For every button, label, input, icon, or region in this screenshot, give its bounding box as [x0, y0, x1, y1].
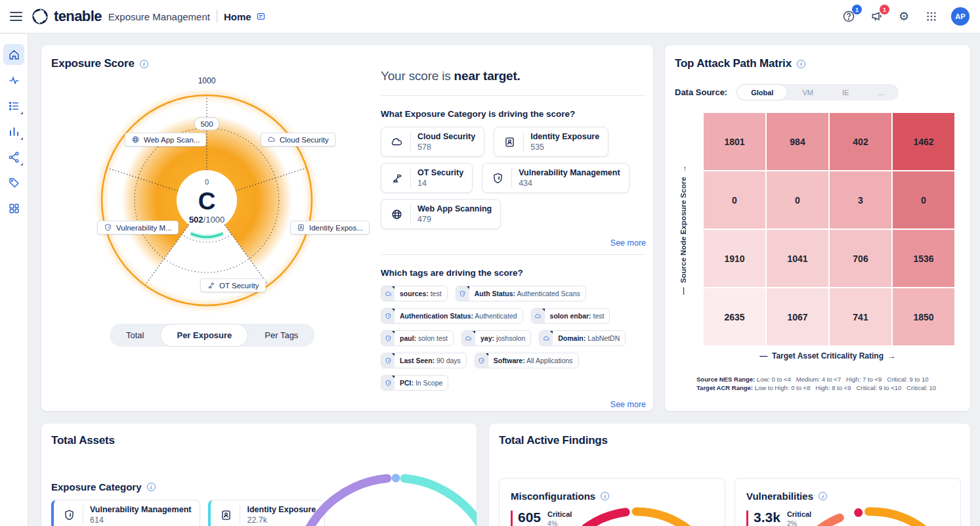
assets-donut-chart — [284, 463, 477, 526]
data-source-option[interactable]: Global — [736, 84, 788, 100]
tag-chip[interactable]: yay: joshsolon — [461, 330, 531, 346]
matrix-cell[interactable]: 1067 — [767, 288, 828, 345]
gauge-tick-0: 0 — [205, 178, 209, 186]
shield-icon — [381, 330, 394, 346]
matrix-cell[interactable]: 402 — [830, 113, 891, 170]
matrix-cell[interactable]: 0 — [893, 171, 954, 229]
tag-chip[interactable]: Domain: LabNetDN — [539, 330, 626, 346]
hamburger-menu-button[interactable] — [3, 3, 29, 30]
sidebar-item[interactable] — [3, 44, 24, 65]
data-source-option[interactable]: ... — [863, 84, 898, 100]
gauge-label-vulnerability-management[interactable]: Vulnerability M... — [97, 221, 179, 234]
tag-chip[interactable]: sources: test — [381, 286, 448, 301]
attack-path-matrix: 1801984402146200301910104170615362635106… — [704, 113, 952, 345]
score-view-tab[interactable]: Per Tags — [248, 324, 314, 347]
matrix-cell[interactable]: 1536 — [893, 230, 954, 287]
data-source-option[interactable]: IE — [828, 84, 863, 100]
data-source-option[interactable]: VM — [788, 84, 828, 100]
tag-chip[interactable]: Authentication Status: Authenticated — [381, 308, 523, 324]
data-source-label: Data Source: — [675, 87, 727, 97]
matrix-cell[interactable]: 0 — [704, 171, 765, 229]
user-avatar[interactable]: AP — [951, 7, 969, 26]
shield-icon — [381, 375, 394, 391]
category-chip[interactable]: OT Security 14 — [381, 163, 473, 193]
sidebar — [0, 34, 28, 526]
score-view-tab[interactable]: Total — [110, 324, 160, 347]
gauge-tick-1000: 1000 — [198, 76, 216, 85]
app-switcher-button[interactable] — [924, 9, 939, 24]
tag-chip[interactable]: solon enbar: test — [531, 308, 610, 324]
tag-chip[interactable]: PCI: In Scope — [381, 375, 448, 391]
category-chip[interactable]: Cloud Security 578 — [381, 127, 484, 157]
see-more-tags-link[interactable]: See more — [381, 400, 646, 409]
ot-robot-arm-icon — [207, 281, 215, 290]
gauge-svg: 1000 500 0 C 502/1000 — [62, 56, 351, 345]
matrix-cell[interactable]: 1462 — [893, 113, 954, 170]
vulnerabilities-panel: Vulnerabilities 3.3k Critical 2% — [735, 478, 961, 526]
sidebar-item[interactable] — [3, 70, 24, 91]
gauge-label-cloud-security[interactable]: Cloud Security — [261, 133, 335, 146]
cloud-icon — [532, 308, 545, 324]
tag-chip[interactable]: Auth Status: Authenticated Scans — [456, 286, 586, 301]
tag-chip[interactable]: Last Seen: 90 days — [381, 353, 467, 368]
see-more-categories-link[interactable]: See more — [381, 238, 646, 248]
matrix-x-axis-label: — Target Asset Criticality Rating → — [704, 351, 952, 361]
inventory-icon — [8, 100, 20, 112]
sidebar-item[interactable] — [3, 172, 24, 193]
help-badge: 1 — [852, 5, 862, 14]
identity-icon — [217, 509, 234, 521]
misconfigurations-gauge — [543, 479, 725, 526]
category-chip[interactable]: Web App Scanning 479 — [381, 199, 501, 229]
matrix-cell[interactable]: 3 — [830, 171, 891, 229]
matrix-cell[interactable]: 1801 — [704, 113, 765, 170]
sidebar-item[interactable] — [3, 95, 24, 116]
gauge-score: 502/1000 — [189, 215, 224, 225]
shield-icon — [475, 353, 488, 368]
category-question: What Exposure Category is driving the sc… — [381, 109, 646, 119]
page-title: Home — [224, 11, 251, 22]
matrix-cell[interactable]: 984 — [767, 113, 828, 170]
announcements-badge: 1 — [880, 5, 889, 14]
docs-icon[interactable] — [256, 12, 266, 22]
matrix-cell[interactable]: 0 — [767, 171, 828, 229]
score-view-tab[interactable]: Per Exposure — [160, 324, 248, 347]
tag-chip[interactable]: paul: solon test — [381, 330, 454, 346]
sidebar-item[interactable] — [3, 121, 24, 142]
sidebar-item[interactable] — [3, 146, 24, 167]
category-chip[interactable]: Vulnerability Management 434 — [482, 163, 629, 193]
total-assets-title: Total Assets — [51, 434, 115, 447]
misconfigurations-panel: Misconfigurations 605 Critical 4% — [499, 478, 725, 526]
asset-category-chip[interactable]: Vulnerability Management 614 — [51, 500, 200, 526]
info-icon[interactable] — [797, 60, 805, 68]
matrix-cell[interactable]: 741 — [830, 288, 891, 345]
analytics-icon — [8, 125, 20, 138]
home-icon — [8, 49, 20, 61]
matrix-legend: Source NES Range: Low: 0 to <4 Medium: 4… — [696, 375, 936, 392]
gauge-label-identity-exposure[interactable]: Identity Expos... — [290, 221, 370, 234]
total-active-findings-card: Total Active Findings Misconfigurations … — [489, 424, 970, 526]
cloud-icon — [388, 136, 405, 148]
settings-gear-button[interactable]: ⚙ — [896, 9, 912, 24]
announcements-button[interactable]: 1 — [868, 9, 884, 24]
matrix-cell[interactable]: 1910 — [704, 230, 765, 287]
gauge-tick-500: 500 — [200, 120, 213, 128]
total-active-findings-title: Total Active Findings — [499, 434, 608, 447]
info-icon[interactable] — [147, 483, 156, 491]
exposure-category-heading: Exposure Category — [51, 481, 142, 493]
tag-chip[interactable]: Software: All Applications — [475, 353, 579, 368]
shield-icon — [381, 308, 394, 324]
help-button[interactable]: 1 — [841, 9, 857, 24]
cloud-icon — [381, 286, 394, 301]
matrix-cell[interactable]: 1041 — [767, 230, 828, 287]
gauge-label-ot-security[interactable]: OT Security — [200, 278, 266, 292]
attack-path-icon — [8, 151, 20, 164]
identity-icon — [297, 223, 305, 232]
score-view-tabs: TotalPer ExposurePer Tags — [110, 324, 314, 347]
matrix-cell[interactable]: 2635 — [704, 288, 765, 345]
matrix-cell[interactable]: 1850 — [893, 288, 954, 345]
sidebar-item[interactable] — [3, 198, 24, 219]
matrix-cell[interactable]: 706 — [830, 230, 891, 287]
category-chip[interactable]: Identity Exposure 535 — [494, 127, 608, 157]
gauge-label-web-app-scanning[interactable]: Web App Scan... — [125, 133, 206, 146]
tags-question: Which tags are driving the score? — [381, 268, 646, 278]
